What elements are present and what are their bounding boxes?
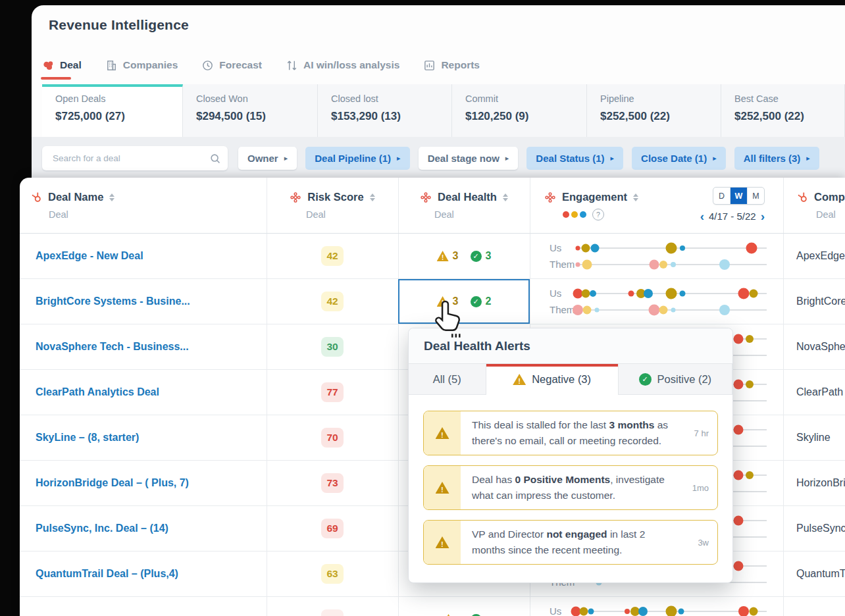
summary-card[interactable]: Closed lost $153,290 (13) (318, 84, 452, 137)
clock-icon (201, 59, 214, 72)
summary-card[interactable]: Best Case $252,500 (22) (721, 84, 845, 137)
us-engagement-plot (576, 288, 767, 299)
summary-card-value: $252,500 (22) (734, 110, 844, 123)
filter-chip-label: All filters (3) (744, 153, 801, 164)
sort-icon[interactable] (370, 193, 375, 201)
alert-card: VP and Director not engaged in last 2 mo… (423, 520, 718, 565)
check-circle-icon (471, 296, 482, 307)
chevron-right-icon: ▸ (713, 154, 717, 163)
summary-card-value: $252,500 (22) (600, 110, 721, 123)
column-header-engagement[interactable]: Engagement ? DWM ‹ 4/17 - 5/22 (530, 178, 783, 233)
column-header-company[interactable]: Company Deal (783, 178, 845, 233)
filter-chip[interactable]: Deal Status (1) ▸ (526, 147, 623, 170)
deal-health-cell[interactable]: 3 3 (398, 234, 530, 278)
popup-tab-all[interactable]: All (5) (409, 364, 486, 395)
popup-title: Deal Health Alerts (424, 339, 530, 353)
popup-tab-positive[interactable]: Positive (2) (619, 364, 732, 395)
hubspot-sprocket-icon (796, 192, 808, 203)
filter-chip[interactable]: Owner ▸ (238, 147, 297, 170)
summary-card[interactable]: Open Deals $725,000 (27) (42, 84, 183, 137)
them-engagement-plot (576, 259, 767, 270)
prev-period-chevron-icon[interactable]: ‹ (700, 210, 704, 222)
engagement-dot (749, 289, 757, 297)
summary-card[interactable]: Closed Won $294,500 (15) (183, 84, 318, 137)
deal-name-link[interactable]: PulseSync, Inc. Deal – (14) (36, 523, 168, 534)
period-option-d[interactable]: D (713, 188, 730, 204)
nav-tab-ai-win-loss-analysis[interactable]: AI win/loss analysis (286, 59, 399, 72)
popup-tab-label: Negative (3) (532, 373, 591, 386)
engagement-dot (746, 471, 754, 479)
column-sublabel: Deal (816, 209, 845, 220)
summary-card-label: Commit (465, 93, 586, 104)
period-option-m[interactable]: M (748, 188, 764, 204)
filter-chip[interactable]: Close Date (1) ▸ (632, 147, 726, 170)
company-name: PulseSync (796, 523, 845, 534)
alert-text: Deal has 0 Positive Moments, investigate… (461, 466, 717, 509)
company-name: QuantumTrail (796, 568, 845, 580)
engagement-dot (638, 607, 648, 616)
summary-card-label: Pipeline (600, 93, 721, 104)
summary-card-value: $153,290 (13) (331, 110, 451, 123)
summary-card[interactable]: Pipeline $252,500 (22) (587, 84, 721, 137)
column-header-deal-name[interactable]: Deal Name Deal (30, 178, 267, 233)
help-icon[interactable]: ? (592, 209, 604, 220)
engagement-dot (738, 606, 749, 616)
risk-score-badge: 63 (321, 564, 344, 584)
column-header-deal-health[interactable]: Deal Health Deal (398, 178, 530, 233)
engagement-dot (746, 380, 754, 388)
company-name: HorizonBridge (796, 477, 845, 489)
sort-icon[interactable] (633, 193, 638, 201)
search-box (42, 146, 228, 170)
column-label: Deal Name (48, 191, 103, 203)
next-period-chevron-icon[interactable]: › (761, 210, 765, 222)
risk-score-badge: 42 (321, 292, 344, 311)
us-engagement-plot (576, 243, 767, 253)
filter-chip[interactable]: Deal Pipeline (1) ▸ (305, 147, 409, 170)
engagement-dot (591, 244, 600, 252)
deal-health-cell[interactable] (398, 597, 530, 616)
filter-chip[interactable]: Deal stage now ▸ (419, 147, 519, 170)
deal-name-link[interactable]: ClearPath Analytics Deal (36, 386, 159, 398)
chevron-right-icon: ▸ (397, 154, 401, 163)
deal-name-link[interactable]: NovaSphere Tech - Business... (36, 341, 189, 353)
popup-tab-negative[interactable]: Negative (3) (486, 364, 619, 395)
us-label: Us (550, 242, 576, 253)
screen: Revenue Intelligence Deal Companies Fore… (0, 0, 845, 616)
deal-name-link[interactable]: SkyLine – (8, starter) (36, 432, 139, 444)
filter-chip[interactable]: All filters (3) ▸ (734, 147, 819, 170)
chevron-right-icon: ▸ (806, 154, 810, 163)
nav-tab-reports[interactable]: Reports (423, 59, 480, 72)
column-header-risk-score[interactable]: Risk Score Deal (267, 178, 398, 233)
engagement-dot (719, 305, 730, 315)
nav-tab-deal[interactable]: Deal (42, 59, 82, 72)
nav-tab-companies[interactable]: Companies (105, 59, 178, 72)
deal-name-link[interactable]: HorizonBridge Deal – ( Plus, 7) (36, 477, 189, 489)
summary-card-label: Open Deals (55, 93, 182, 104)
warning-triangle-icon (437, 251, 449, 261)
column-sublabel: Deal (434, 209, 530, 220)
sort-icon[interactable] (503, 193, 508, 201)
risk-score-badge: 70 (321, 428, 344, 448)
filter-chip-label: Deal stage now (428, 153, 499, 164)
engagement-dot (666, 242, 677, 253)
engagement-cell: Us Them (530, 279, 783, 324)
risk-score-badge: 77 (321, 382, 344, 402)
sort-icon[interactable] (109, 193, 115, 201)
deal-name-link[interactable]: QuantumTrail Deal – (Plus,4) (36, 568, 178, 580)
search-input[interactable] (51, 153, 209, 164)
filter-chip-label: Owner (247, 153, 278, 164)
positive-alert-count: 2 (486, 295, 492, 307)
search-icon[interactable] (209, 153, 221, 165)
chevron-right-icon: ▸ (505, 154, 509, 163)
deal-name-link[interactable]: BrightCore Systems - Busine... (36, 295, 190, 307)
date-range: 4/17 - 5/22 (709, 211, 756, 222)
win-loss-icon (286, 59, 298, 72)
period-option-w[interactable]: W (730, 188, 748, 204)
engagement-dot (594, 307, 599, 312)
risk-score-badge: 30 (321, 337, 344, 357)
summary-card[interactable]: Commit $120,250 (9) (452, 84, 587, 137)
risk-score-badge: 69 (321, 519, 344, 538)
deal-name-link[interactable]: ApexEdge - New Deal (36, 250, 143, 262)
nav-tab-forecast[interactable]: Forecast (201, 59, 262, 72)
table-header: Deal Name Deal Risk Score Deal (20, 178, 845, 234)
